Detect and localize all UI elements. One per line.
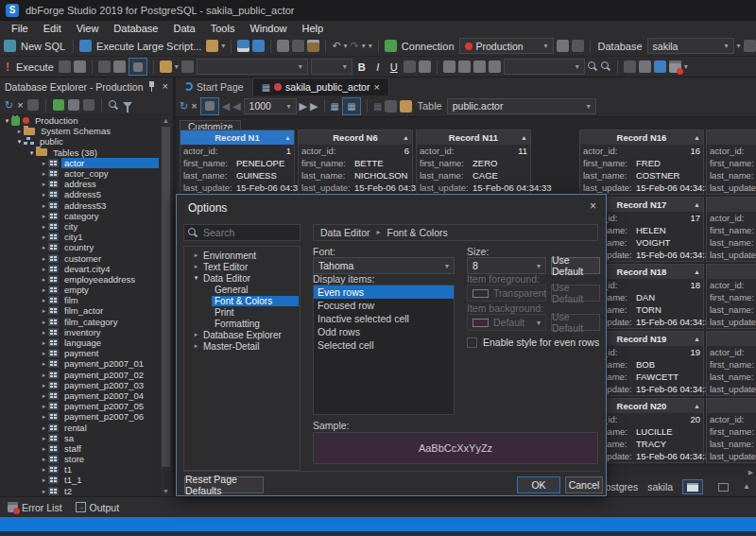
zoom-out-icon[interactable] <box>601 61 611 72</box>
snapshot-icon[interactable] <box>98 61 111 73</box>
tree-expander-icon[interactable]: ▸ <box>40 380 48 390</box>
record-field-row[interactable]: last_name: <box>707 303 756 316</box>
tree-expander-icon[interactable]: ▸ <box>40 189 48 199</box>
record-field-row[interactable]: first_name: <box>707 291 756 303</box>
explorer-tree-item[interactable]: ▸ t1 <box>0 464 161 475</box>
menu-database[interactable]: Database <box>106 23 165 34</box>
chevron-down-icon[interactable]: ▾ <box>576 62 579 71</box>
tree-expander-icon[interactable]: ▸ <box>192 342 200 350</box>
collapse-statusbar-icon[interactable]: ▲ <box>743 482 750 492</box>
tree-expander-icon[interactable]: ▾ <box>15 136 24 147</box>
scroll-down-icon[interactable]: ▼ <box>161 486 171 496</box>
field-value[interactable]: 1 <box>236 145 291 157</box>
underline-icon[interactable]: U <box>387 61 401 73</box>
record-card[interactable]: actor_id:first_name:last_name:last_updat… <box>706 398 756 463</box>
record-field-row[interactable]: last_name: <box>707 169 756 182</box>
zoom-combo[interactable]: ▾ <box>504 59 585 75</box>
record-field-row[interactable]: last_update:15-Feb-06 04:34:33 <box>299 182 412 194</box>
record-card[interactable]: Record N11 ▲ actor_id:11first_name:ZEROl… <box>416 130 531 195</box>
tree-expander-icon[interactable]: ▾ <box>192 274 200 282</box>
duplicate-icon[interactable] <box>27 99 39 111</box>
tree-expander-icon[interactable]: ▸ <box>40 433 48 443</box>
field-value[interactable]: 15-Feb-06 04:34:33 <box>472 182 551 194</box>
tree-expander-icon[interactable]: ▸ <box>40 232 48 242</box>
tree-expander-icon[interactable]: ▸ <box>40 295 48 305</box>
open-folder-icon[interactable] <box>181 61 194 73</box>
tree-expander-icon[interactable]: ▸ <box>40 221 48 232</box>
query-history-icon[interactable] <box>74 61 86 73</box>
explorer-tree-item[interactable]: ▸ customer <box>0 252 161 263</box>
tree-expander-icon[interactable]: ▸ <box>40 317 48 327</box>
record-field-row[interactable]: actor_id:1 <box>180 145 294 157</box>
explorer-tree-item[interactable]: ▸ category <box>0 211 161 221</box>
prev-page-icon[interactable]: ◀ <box>232 100 240 112</box>
tree-expander-icon[interactable]: ▸ <box>40 475 48 485</box>
new-connection-icon[interactable] <box>385 40 397 52</box>
options-tree-item[interactable]: ▾ Data Editor <box>184 272 300 284</box>
refresh-icon[interactable]: ↻ <box>180 100 188 112</box>
security-manager-icon[interactable] <box>744 40 756 52</box>
redo-icon[interactable]: ↷ <box>351 40 359 52</box>
briefcase-icon[interactable] <box>624 61 636 73</box>
close-icon[interactable]: × <box>163 81 168 92</box>
display-item[interactable]: Focused row <box>314 299 454 312</box>
explorer-tree-item[interactable]: ▸ payment <box>0 348 161 358</box>
status-database[interactable]: sakila <box>647 481 673 493</box>
toggle-results-pane-button[interactable] <box>129 58 147 76</box>
explorer-tree-item[interactable]: ▸ actor <box>0 158 161 168</box>
font-use-default-button[interactable]: Use Default <box>551 257 600 274</box>
tree-expander-icon[interactable]: ▸ <box>192 251 200 259</box>
explorer-tree-item[interactable]: ▸ payment_p2007_01 <box>0 358 161 369</box>
field-value[interactable]: 20 <box>636 413 700 425</box>
record-field-row[interactable]: first_name:ZERO <box>417 157 530 169</box>
tree-expander-icon[interactable]: ▸ <box>40 211 48 221</box>
new-snippet-icon[interactable] <box>113 61 126 73</box>
tree-expander-icon[interactable]: ▸ <box>40 285 48 295</box>
explorer-tree-item[interactable]: ▸ payment_p2007_05 <box>0 401 161 411</box>
undo-dropdown-icon[interactable]: ▾ <box>344 42 348 51</box>
record-card[interactable]: Record N6 ▲ actor_id:6first_name:BETTEla… <box>298 130 413 195</box>
tree-expander-icon[interactable]: ▸ <box>40 264 48 274</box>
record-field-row[interactable]: first_name: <box>707 358 756 371</box>
record-field-row[interactable]: actor_id:16 <box>580 145 703 157</box>
explorer-tree-item[interactable]: ▸ city <box>0 221 161 232</box>
field-value[interactable]: PENELOPE <box>236 157 291 169</box>
undo-icon[interactable]: ↶ <box>332 40 340 52</box>
explorer-tree-item[interactable]: ▸ devart.city4 <box>0 264 161 274</box>
tree-expander-icon[interactable]: ▸ <box>40 486 48 496</box>
next-page-icon[interactable]: ▶ <box>300 100 307 112</box>
record-field-row[interactable]: first_name:PENELOPE <box>180 157 294 169</box>
pin-icon[interactable] <box>148 81 155 92</box>
tree-expander-icon[interactable]: ▸ <box>40 370 48 380</box>
card-view-icon[interactable] <box>639 61 651 73</box>
menu-file[interactable]: File <box>4 23 36 34</box>
last-page-icon[interactable]: ▶ <box>310 100 318 112</box>
copy-icon[interactable] <box>292 40 304 52</box>
paginal-mode-toggle[interactable] <box>200 97 219 115</box>
field-value[interactable]: 18 <box>636 279 700 291</box>
explorer-tree-item[interactable]: ▾ Tables (38) <box>0 147 161 158</box>
record-field-row[interactable]: last_update: <box>707 182 756 194</box>
record-card-header[interactable]: Record N16 ▲ <box>580 130 703 145</box>
chevron-down-icon[interactable]: ▾ <box>343 62 347 71</box>
record-field-row[interactable]: last_name:GUINESS <box>180 169 294 182</box>
bold-icon[interactable]: B <box>355 61 369 73</box>
record-field-row[interactable]: first_name: <box>707 224 756 236</box>
field-value[interactable]: 15-Feb-06 04:34:33 <box>636 182 714 194</box>
record-field-row[interactable]: first_name:FRED <box>580 157 703 169</box>
record-field-row[interactable]: last_name: <box>707 438 756 450</box>
options-tree-item[interactable]: Print <box>184 306 300 318</box>
record-card-header[interactable] <box>707 198 756 212</box>
explorer-tree-item[interactable]: ▸ address5 <box>0 189 161 199</box>
tree-expander-icon[interactable]: ▸ <box>15 126 24 136</box>
explorer-tree-item[interactable]: ▸ address <box>0 179 161 189</box>
disconnect-icon[interactable] <box>572 40 584 52</box>
italic-icon[interactable]: I <box>371 61 385 73</box>
explorer-tree-item[interactable]: ▸ System Schemas <box>0 126 161 136</box>
grid-view-icon[interactable]: ▦ <box>331 101 339 112</box>
collapse-card-icon[interactable]: ▲ <box>403 130 409 145</box>
field-value[interactable]: ZERO <box>472 157 527 169</box>
disconnect-icon[interactable] <box>83 99 94 111</box>
tree-expander-icon[interactable]: ▸ <box>40 454 48 464</box>
tree-expander-icon[interactable]: ▾ <box>3 115 11 126</box>
